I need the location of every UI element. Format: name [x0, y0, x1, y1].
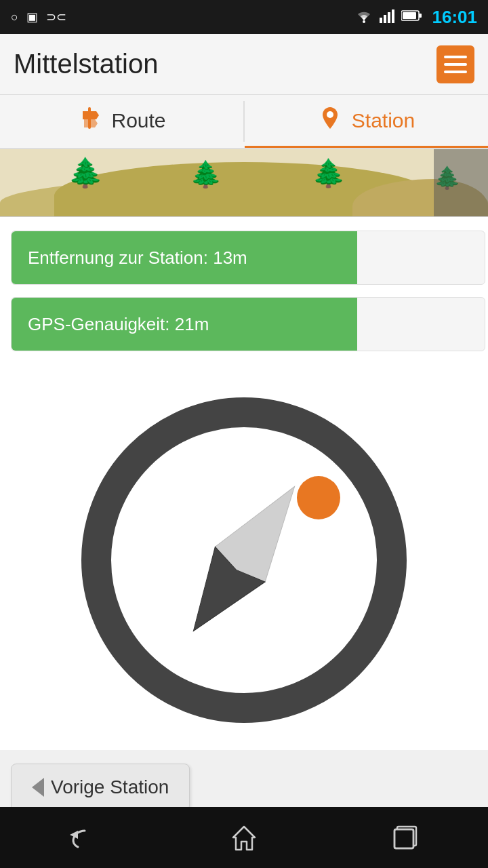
image-icon: ▣: [26, 9, 38, 24]
nav-recents-button[interactable]: [380, 817, 434, 858]
map-thumbnail: 🌲 🌲 🌲 🌲: [0, 149, 488, 217]
distance-info-box: Entfernung zur Station: 13m: [11, 231, 485, 285]
station-tab-icon: [318, 106, 342, 136]
vorige-station-label: Vorige Station: [51, 776, 169, 798]
wifi-icon: [355, 8, 373, 26]
tab-bar: Route Station: [0, 95, 488, 149]
svg-marker-15: [233, 827, 255, 850]
svg-rect-7: [419, 14, 422, 18]
nav-back-button[interactable]: [54, 817, 108, 858]
menu-line-1: [444, 56, 467, 58]
svg-rect-3: [388, 12, 390, 23]
nav-home-button[interactable]: [217, 817, 271, 858]
map-tree-3: 🌲: [312, 157, 346, 189]
status-bar: ○ ▣ ⊃⊂ 16:01: [0, 0, 488, 34]
tab-route[interactable]: Route: [0, 95, 243, 148]
tab-station[interactable]: Station: [245, 95, 488, 148]
svg-point-11: [327, 111, 333, 118]
tab-station-label: Station: [352, 109, 415, 132]
svg-marker-10: [84, 119, 98, 127]
gps-text: GPS-Genauigkeit: 21m: [12, 314, 209, 335]
route-tab-icon: [77, 106, 102, 136]
svg-rect-17: [394, 829, 413, 848]
vorige-station-button[interactable]: Vorige Station: [11, 764, 190, 811]
circle-icon: ○: [11, 10, 18, 24]
arrow-left-icon: [32, 778, 44, 797]
compass-needle-svg: [142, 457, 346, 660]
svg-rect-4: [392, 9, 394, 23]
menu-button[interactable]: [436, 45, 474, 83]
svg-marker-9: [83, 111, 99, 119]
battery-icon: [401, 9, 422, 25]
signal-icon: [380, 8, 394, 26]
voicemail-icon: ⊃⊂: [46, 9, 66, 24]
nav-bar: [0, 807, 488, 868]
gps-info-box: GPS-Genauigkeit: 21m: [11, 297, 485, 351]
distance-text: Entfernung zur Station: 13m: [12, 248, 247, 269]
app-bar: Mittelstation: [0, 34, 488, 95]
status-time: 16:01: [432, 7, 478, 28]
orange-dot: [297, 476, 340, 519]
map-tree-2: 🌲: [190, 159, 222, 189]
svg-rect-2: [384, 15, 386, 23]
menu-line-2: [444, 63, 467, 66]
menu-line-3: [444, 71, 467, 73]
tab-route-label: Route: [111, 109, 165, 132]
app-title: Mittelstation: [14, 49, 158, 79]
content-area: Entfernung zur Station: 13m GPS-Genauigk…: [0, 217, 488, 377]
svg-rect-6: [403, 12, 416, 19]
svg-rect-1: [380, 18, 382, 23]
map-shadow: [434, 149, 488, 216]
compass: [81, 397, 407, 723]
map-tree-1: 🌲: [68, 156, 103, 189]
compass-container: [0, 377, 488, 750]
compass-center: [142, 457, 346, 663]
svg-point-0: [363, 20, 365, 23]
